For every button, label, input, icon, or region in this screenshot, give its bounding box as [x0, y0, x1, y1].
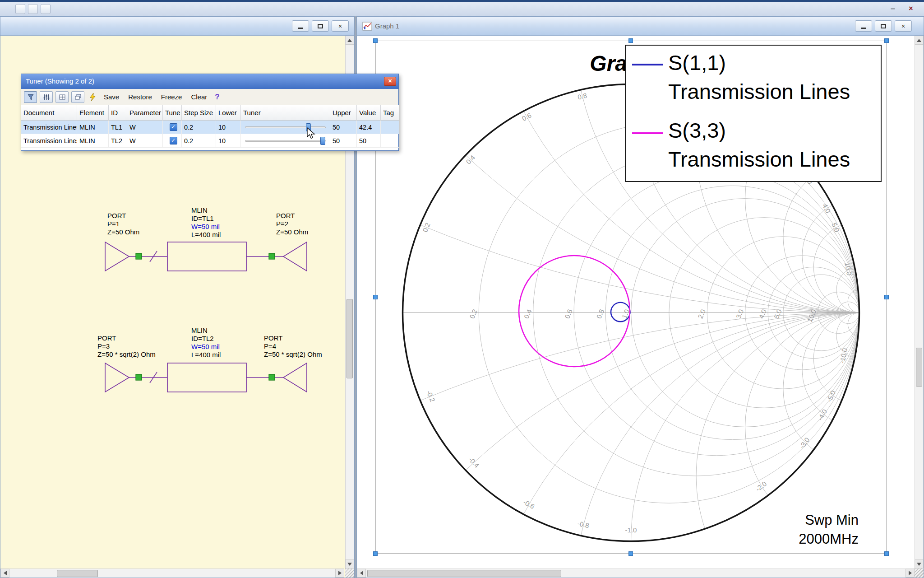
- svg-text:-3.0: -3.0: [798, 436, 811, 450]
- trace-S(3,3)[interactable]: [519, 256, 630, 367]
- tune-button[interactable]: [87, 91, 98, 103]
- scroll-up-button[interactable]: [345, 36, 354, 45]
- scroll-left-button[interactable]: [0, 569, 9, 578]
- legend-source-s11: Transmission Lines: [668, 78, 850, 105]
- port-4-symbol[interactable]: [283, 363, 307, 392]
- selection-handle[interactable]: [884, 38, 889, 43]
- horizontal-scroll-thumb[interactable]: [57, 570, 98, 577]
- node-icon[interactable]: [136, 253, 142, 259]
- resize-grip[interactable]: [345, 569, 354, 578]
- column-header-lower[interactable]: Lower: [216, 105, 241, 121]
- node-icon[interactable]: [136, 374, 142, 380]
- app-close-button[interactable]: ×: [905, 3, 917, 14]
- graph-canvas[interactable]: Graph 1 0.20.40.60.81.02.03.04.05.010.00…: [357, 36, 924, 578]
- node-icon[interactable]: [269, 374, 275, 380]
- schematic-window-titlebar[interactable]: ×: [0, 17, 354, 36]
- column-header-element[interactable]: Element: [77, 105, 109, 121]
- mlin-tl2-symbol[interactable]: [167, 363, 246, 392]
- svg-text:0.2: 0.2: [421, 222, 432, 233]
- restore-button[interactable]: [875, 20, 892, 32]
- save-button[interactable]: Save: [101, 93, 122, 101]
- legend-label-s11: S(1,1): [668, 49, 726, 76]
- minimize-icon: [298, 28, 303, 29]
- legend-source-s33: Transmission Lines: [668, 146, 850, 173]
- selection-handle[interactable]: [628, 38, 633, 43]
- filter-button[interactable]: [24, 91, 37, 103]
- svg-text:0.6: 0.6: [563, 308, 574, 320]
- column-header-tag[interactable]: Tag: [381, 105, 399, 121]
- selection-handle[interactable]: [373, 38, 378, 43]
- cell-id: TL2: [109, 134, 127, 148]
- cell-document: Transmission Lines: [21, 121, 77, 134]
- mouse-cursor-icon: [307, 127, 318, 140]
- column-header-step-size[interactable]: Step Size: [182, 105, 216, 121]
- toolbar-icon-2[interactable]: [28, 4, 38, 14]
- column-header-tuner[interactable]: Tuner: [241, 105, 330, 121]
- tuner-slider-thumb[interactable]: [320, 137, 325, 145]
- column-header-parameter[interactable]: Parameter: [127, 105, 163, 121]
- cell-tune: ✓: [163, 121, 182, 134]
- scroll-down-button[interactable]: [345, 559, 354, 569]
- selection-handle[interactable]: [884, 295, 889, 299]
- column-header-tune[interactable]: Tune: [163, 105, 182, 121]
- minimize-button[interactable]: [855, 20, 872, 32]
- grid-icon: [59, 93, 66, 101]
- tune-checkbox[interactable]: ✓: [170, 137, 177, 144]
- svg-text:-0.6: -0.6: [522, 498, 536, 510]
- mlin-tl2-label: MLIN ID=TL2 W=50 mil L=400 mil: [191, 326, 221, 359]
- app-minimize-button[interactable]: –: [887, 3, 899, 14]
- freeze-button[interactable]: Freeze: [158, 93, 185, 101]
- minimize-button[interactable]: [292, 20, 309, 32]
- column-header-upper[interactable]: Upper: [330, 105, 357, 121]
- close-button[interactable]: ×: [332, 20, 349, 32]
- help-icon[interactable]: ?: [213, 93, 219, 102]
- funnel-icon: [27, 93, 34, 101]
- tune-checkbox[interactable]: ✓: [170, 123, 177, 131]
- selection-handle[interactable]: [884, 551, 889, 556]
- cell-value: 50: [357, 134, 381, 148]
- tuner-close-button[interactable]: ×: [384, 77, 396, 86]
- svg-text:3.0: 3.0: [735, 308, 745, 320]
- sliders-icon: [43, 93, 50, 101]
- cell-tag: [381, 121, 399, 134]
- cell-parameter: W: [127, 121, 163, 134]
- scroll-right-button[interactable]: [335, 569, 344, 578]
- port1-label: PORT P=1 Z=50 Ohm: [107, 212, 139, 236]
- svg-text:4.0: 4.0: [757, 308, 768, 320]
- graph-window-titlebar[interactable]: Graph 1 ×: [357, 17, 924, 36]
- clear-button[interactable]: Clear: [188, 93, 210, 101]
- node-icon[interactable]: [269, 253, 275, 259]
- grid-view-button[interactable]: [55, 91, 69, 103]
- column-header-id[interactable]: ID: [109, 105, 127, 121]
- tuner-titlebar[interactable]: Tuner (Showing 2 of 2) ×: [21, 74, 398, 89]
- horizontal-scrollbar[interactable]: [0, 569, 344, 578]
- close-button[interactable]: ×: [895, 20, 912, 32]
- port-2-symbol[interactable]: [283, 242, 307, 271]
- close-icon: ×: [901, 23, 905, 29]
- column-header-value[interactable]: Value: [357, 105, 381, 121]
- vertical-scroll-thumb[interactable]: [346, 299, 353, 378]
- graph-legend[interactable]: S(1,1) Transmission Lines S(3,3) Transmi…: [625, 45, 882, 182]
- cell-parameter: W: [127, 134, 163, 148]
- column-header-document[interactable]: Document: [21, 105, 77, 121]
- close-icon: ×: [338, 23, 342, 29]
- toolbar-icon-1[interactable]: [15, 4, 25, 14]
- selection-handle[interactable]: [628, 551, 633, 556]
- tuner-slider-track[interactable]: [245, 140, 326, 142]
- port3-label: PORT P=3 Z=50 * sqrt(2) Ohm: [97, 334, 156, 359]
- cascade-windows-button[interactable]: [71, 91, 84, 103]
- smith-traces: [519, 256, 630, 367]
- restore-button[interactable]: [312, 20, 329, 32]
- toolbar-icon-3[interactable]: [41, 4, 51, 14]
- restore-button[interactable]: Restore: [125, 93, 155, 101]
- port-1-symbol[interactable]: [105, 242, 129, 271]
- minimize-icon: [861, 28, 866, 29]
- svg-text:0.2: 0.2: [468, 308, 479, 320]
- selection-handle[interactable]: [373, 295, 378, 299]
- mlin-tl1-symbol[interactable]: [167, 242, 246, 271]
- svg-text:-0.8: -0.8: [577, 519, 590, 529]
- selection-handle[interactable]: [373, 551, 378, 556]
- cell-lower: 10: [216, 121, 241, 134]
- tuner-sliders-button[interactable]: [40, 91, 53, 103]
- port-3-symbol[interactable]: [105, 363, 129, 392]
